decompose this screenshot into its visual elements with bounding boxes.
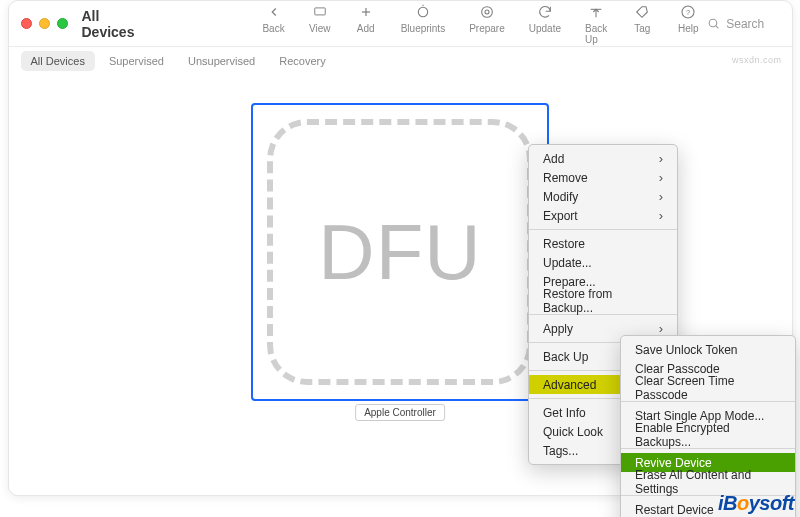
site-watermark: wsxdn.com xyxy=(732,55,782,65)
toolbar-label: View xyxy=(309,23,331,34)
toolbar-label: Update xyxy=(529,23,561,34)
toolbar-label: Tag xyxy=(634,23,650,34)
svg-point-6 xyxy=(482,6,493,17)
menu-update[interactable]: Update... xyxy=(529,253,677,272)
dfu-label: DFU xyxy=(318,207,481,298)
menu-restore[interactable]: Restore xyxy=(529,234,677,253)
update-button[interactable]: Update xyxy=(529,3,561,34)
window-controls xyxy=(21,18,68,29)
refresh-icon xyxy=(534,3,556,21)
view-icon xyxy=(309,3,331,21)
svg-point-3 xyxy=(418,7,427,16)
tab-all-devices[interactable]: All Devices xyxy=(21,51,95,71)
window-title: All Devices xyxy=(82,8,135,40)
chevron-left-icon xyxy=(263,3,285,21)
menu-modify[interactable]: Modify xyxy=(529,187,677,206)
submenu-erase-all[interactable]: Erase All Content and Settings xyxy=(621,472,795,491)
toolbar-label: Back xyxy=(262,23,284,34)
search-icon xyxy=(707,17,720,30)
tab-recovery[interactable]: Recovery xyxy=(269,51,335,71)
tag-icon xyxy=(631,3,653,21)
device-item[interactable]: DFU Apple Controller xyxy=(251,103,549,401)
svg-rect-0 xyxy=(314,7,325,14)
back-button[interactable]: Back xyxy=(262,3,284,34)
plus-icon xyxy=(355,3,377,21)
add-button[interactable]: Add xyxy=(355,3,377,34)
menu-separator xyxy=(529,229,677,230)
menu-remove[interactable]: Remove xyxy=(529,168,677,187)
submenu-clear-screen-time[interactable]: Clear Screen Time Passcode xyxy=(621,378,795,397)
toolbar-label: Help xyxy=(678,23,699,34)
device-name-label[interactable]: Apple Controller xyxy=(355,404,445,421)
svg-point-10 xyxy=(709,19,717,27)
blueprints-button[interactable]: Blueprints xyxy=(401,3,445,34)
tag-button[interactable]: Tag xyxy=(631,3,653,34)
search-placeholder: Search xyxy=(726,17,764,31)
tab-unsupervised[interactable]: Unsupervised xyxy=(178,51,265,71)
gear-icon xyxy=(476,3,498,21)
view-button[interactable]: View xyxy=(309,3,331,34)
filter-tabs: All Devices Supervised Unsupervised Reco… xyxy=(9,47,792,75)
close-icon[interactable] xyxy=(21,18,32,29)
upload-icon xyxy=(585,3,607,21)
submenu-save-unlock-token[interactable]: Save Unlock Token xyxy=(621,340,795,359)
toolbar: Back View Add Blueprints Prepare Update xyxy=(262,3,699,45)
toolbar-label: Prepare xyxy=(469,23,505,34)
svg-line-11 xyxy=(716,26,719,29)
submenu-enable-encrypted-backups[interactable]: Enable Encrypted Backups... xyxy=(621,425,795,444)
prepare-button[interactable]: Prepare xyxy=(469,3,505,34)
toolbar-label: Add xyxy=(357,23,375,34)
svg-point-5 xyxy=(485,10,489,14)
menu-export[interactable]: Export xyxy=(529,206,677,225)
menu-add[interactable]: Add xyxy=(529,149,677,168)
toolbar-label: Blueprints xyxy=(401,23,445,34)
device-placeholder: DFU xyxy=(267,119,533,385)
advanced-submenu: Save Unlock Token Clear Passcode Clear S… xyxy=(620,335,796,517)
question-icon: ? xyxy=(677,3,699,21)
help-button[interactable]: ? Help xyxy=(677,3,699,34)
svg-text:?: ? xyxy=(686,7,690,16)
backup-button[interactable]: Back Up xyxy=(585,3,607,45)
tab-supervised[interactable]: Supervised xyxy=(99,51,174,71)
zoom-icon[interactable] xyxy=(57,18,68,29)
search-input[interactable]: Search xyxy=(707,17,779,31)
menu-restore-backup[interactable]: Restore from Backup... xyxy=(529,291,677,310)
titlebar: All Devices Back View Add Blueprints Pre… xyxy=(9,1,792,47)
minimize-icon[interactable] xyxy=(39,18,50,29)
brand-watermark: iBoysoft xyxy=(718,492,794,515)
blueprints-icon xyxy=(412,3,434,21)
toolbar-label: Back Up xyxy=(585,23,607,45)
